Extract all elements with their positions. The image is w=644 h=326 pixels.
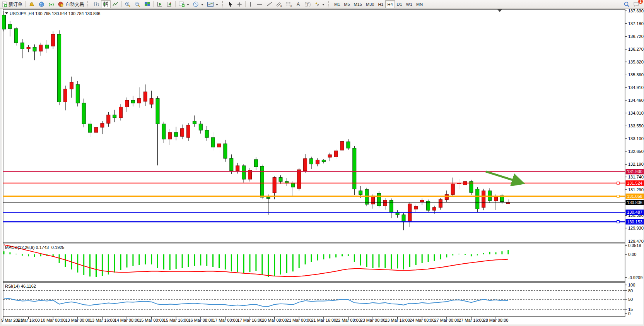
signal-icon [48,1,55,7]
toolbar-separator [175,1,176,7]
price-tick-label: 134.910 [628,85,644,90]
toolbar-separator [25,1,26,7]
macd-indicator-label: MACD(12,26,9) 0.1743 -0.1925 [5,245,64,250]
vertical-line-tool-button[interactable] [247,0,255,8]
time-axis-label: 24 Mar 08:00 [410,318,435,323]
chart-shift-icon [166,1,173,7]
price-tick-label: 134.460 [628,98,644,103]
time-axis-label: 22 Mar 08:00 [336,318,361,323]
time-axis-label: 14 Mar 08:00 [114,318,140,323]
toolbar-grip[interactable] [222,1,224,7]
period-button[interactable] [191,0,205,8]
line-chart-icon [112,1,119,7]
horizontal-line-tool-button[interactable] [255,0,265,8]
time-axis-label: 27 Mar 16:00 [459,318,484,323]
autoscroll-button[interactable] [155,0,164,8]
zoom-out-icon [134,1,141,7]
timeframe-button-H4[interactable]: H4 [385,0,395,8]
cursor-tool-button[interactable] [226,0,235,8]
svg-text:F: F [290,5,292,7]
timeframe-button-W1[interactable]: W1 [404,0,415,8]
candlestick-mode-button[interactable] [101,0,111,8]
price-tick-label: 136.720 [628,34,644,39]
time-axis-label: 13 Mar 16:00 [90,318,115,323]
time-axis-label: 10 Mar 08:00 [41,318,66,323]
new-chart-button[interactable] [177,0,191,8]
time-axis-label: 23 Mar 16:00 [385,318,410,323]
gold-ingot-button[interactable] [27,0,37,8]
svg-text:131.930: 131.930 [627,169,642,174]
svg-text:131.058: 131.058 [627,194,642,199]
timeframe-button-M1[interactable]: M1 [332,0,342,8]
notifications-button[interactable]: 1 [632,0,642,8]
price-tick-label: 137.180 [628,21,644,26]
vertical-line-icon [248,1,253,7]
price-tick-label: 129.470 [628,239,644,244]
bar-chart-mode-button[interactable] [91,0,101,8]
time-axis-label: 28 Mar 08:00 [483,318,509,323]
zoom-out-button[interactable] [133,0,142,8]
template-button[interactable] [205,0,220,8]
timeframe-button-D1[interactable]: D1 [395,0,404,8]
tile-windows-button[interactable] [142,0,152,8]
candlestick-icon [102,1,109,7]
text-tool-button[interactable]: A [294,0,303,8]
symbol-ohlc-text: USDJPY-,H4 130.795 130.944 130.784 130.8… [10,11,100,16]
timeframe-button-H1[interactable]: H1 [376,0,385,8]
equidistant-channel-tool-button[interactable]: E [274,0,284,8]
trendline-icon [266,1,272,7]
status-strip [0,324,644,326]
trendline-tool-button[interactable] [265,0,274,8]
new-order-button[interactable]: 新订单 [0,0,24,8]
text-label-tool-button[interactable]: T [303,0,313,8]
toolbar-grip[interactable] [87,1,90,7]
community-button[interactable] [37,0,46,8]
cursor-icon [227,1,233,7]
price-tick-label: 134.010 [628,111,644,115]
price-tick-label: 135.360 [628,72,644,77]
rsi-axis-label: 100 [628,283,635,287]
chart-shift-button[interactable] [164,0,174,8]
arrows-tool-button[interactable] [313,0,326,8]
price-tick-label: 131.740 [628,175,644,179]
timeframe-button-MN[interactable]: MN [414,0,425,8]
arrows-icon [314,1,320,7]
clock-icon [193,1,199,7]
timeframe-button-M30[interactable]: M30 [364,0,376,8]
macd-axis-label: 0.00 [628,252,636,257]
svg-text:A: A [297,2,300,7]
svg-text:130.153: 130.153 [627,220,642,224]
channel-icon: E [275,1,282,7]
time-axis-label: 21 Mar 16:00 [311,318,336,323]
timeframe-button-M5[interactable]: M5 [342,0,352,8]
line-chart-mode-button[interactable] [111,0,120,8]
notification-badge: 1 [638,0,643,4]
price-tick-label: 133.100 [628,136,644,141]
zoom-in-button[interactable] [123,0,133,8]
chart-window[interactable]: 137.630137.180136.720136.270135.820135.3… [0,0,644,326]
toolbar-grip[interactable] [328,1,331,7]
search-button[interactable] [622,0,632,8]
fibonacci-tool-button[interactable]: F [284,0,294,8]
chart-symbol-title[interactable]: USDJPY-,H4 130.795 130.944 130.784 130.8… [5,11,100,16]
price-tick-label: 133.550 [628,124,644,128]
autotrading-button[interactable]: 自动交易 [56,0,85,8]
price-tick-label: 135.820 [628,60,644,64]
timeframe-button-M15[interactable]: M15 [352,0,364,8]
dropdown-caret-icon [322,4,325,7]
zoom-in-icon [125,1,131,7]
community-icon [38,1,45,7]
horizontal-line-icon [256,1,263,7]
svg-text:E: E [280,5,282,7]
rsi-axis-label: 80 [628,288,633,293]
price-tick-label: 136.270 [628,47,644,51]
signal-button[interactable] [46,0,56,8]
crosshair-tool-button[interactable] [235,0,244,8]
chart-canvas[interactable]: 137.630137.180136.720136.270135.820135.3… [0,0,644,326]
time-axis-label: 16 Mar 08:00 [188,318,213,323]
price-tick-label: 131.290 [628,187,644,192]
dropdown-caret-icon [201,4,203,7]
toolbar-separator [121,1,122,7]
symbol-dropdown-caret[interactable] [5,12,8,16]
macd-axis-label: -0.9209 [628,275,642,280]
